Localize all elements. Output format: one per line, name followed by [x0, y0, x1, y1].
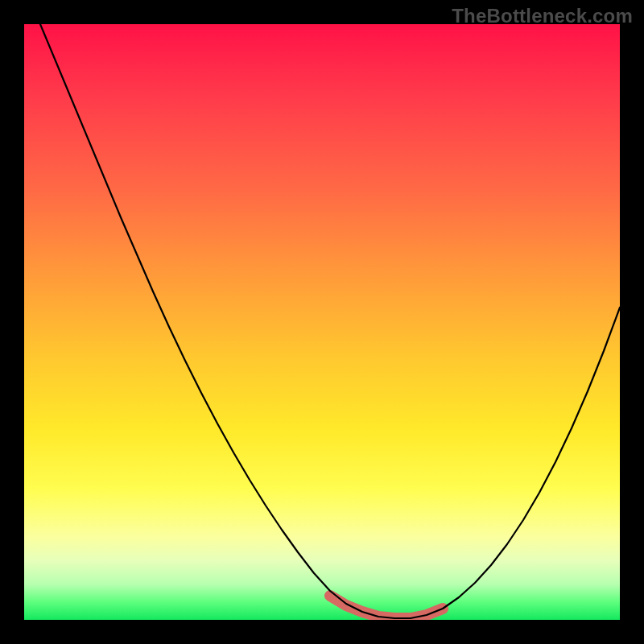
plot-area: [24, 24, 620, 620]
chart-frame: TheBottleneck.com: [0, 0, 644, 644]
bottleneck-curve: [40, 24, 620, 618]
watermark-text: TheBottleneck.com: [452, 5, 633, 27]
curve-layer: [24, 24, 620, 620]
